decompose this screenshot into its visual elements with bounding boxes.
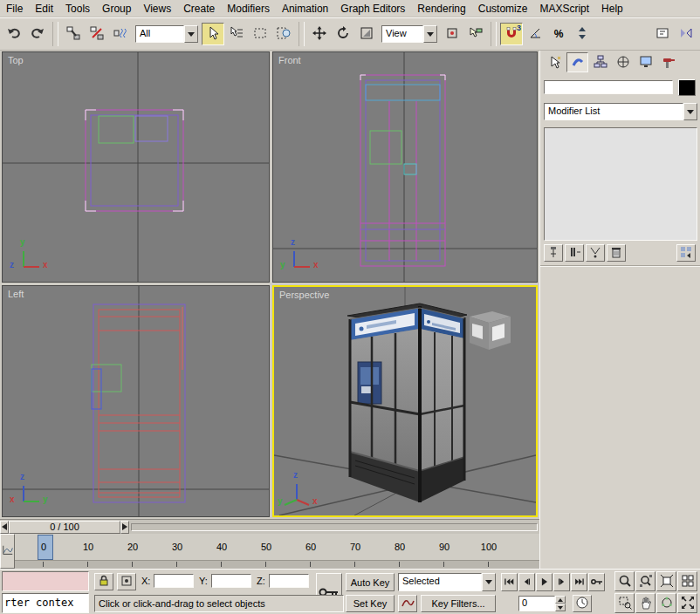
menu-group[interactable]: Group bbox=[96, 3, 137, 15]
reference-coordinate-dropdown[interactable]: View bbox=[381, 25, 437, 43]
menu-help[interactable]: Help bbox=[595, 3, 629, 15]
tab-display[interactable] bbox=[635, 52, 656, 72]
viewport-left-label[interactable]: Left bbox=[8, 289, 24, 299]
menu-graph-editors[interactable]: Graph Editors bbox=[334, 3, 411, 15]
spinner-snap-button[interactable] bbox=[571, 23, 594, 45]
absolute-offset-toggle[interactable] bbox=[117, 573, 136, 590]
play-animation-button[interactable] bbox=[536, 573, 552, 591]
select-and-manipulate-button[interactable] bbox=[464, 23, 487, 45]
undo-button[interactable] bbox=[3, 23, 25, 45]
menu-animation[interactable]: Animation bbox=[276, 3, 334, 15]
region-zoom-button[interactable] bbox=[614, 593, 635, 613]
auto-key-button[interactable]: Auto Key bbox=[346, 573, 395, 591]
time-configuration-button[interactable] bbox=[573, 595, 592, 612]
z-coordinate-field[interactable] bbox=[269, 574, 309, 588]
remove-modifier-button[interactable] bbox=[607, 244, 626, 262]
selection-filter-arrow[interactable] bbox=[184, 25, 198, 43]
pin-stack-button[interactable] bbox=[544, 244, 563, 262]
maxscript-listener-input[interactable] bbox=[2, 571, 89, 591]
select-and-move-button[interactable] bbox=[308, 23, 331, 45]
menu-file[interactable]: File bbox=[0, 3, 29, 15]
angle-snap-button[interactable] bbox=[524, 23, 546, 45]
zoom-all-button[interactable] bbox=[635, 571, 655, 591]
pan-button[interactable] bbox=[635, 593, 655, 613]
viewport-top-label[interactable]: Top bbox=[8, 55, 24, 65]
selection-filter-dropdown[interactable]: All bbox=[135, 25, 198, 43]
y-coordinate-field[interactable] bbox=[211, 574, 251, 588]
select-and-scale-button[interactable] bbox=[355, 23, 378, 45]
mirror-button[interactable] bbox=[675, 23, 697, 45]
object-color-swatch[interactable] bbox=[678, 79, 696, 96]
viewport-perspective[interactable]: Perspective z x y bbox=[272, 285, 538, 517]
make-unique-button[interactable] bbox=[586, 244, 605, 262]
selection-lock-toggle[interactable] bbox=[94, 573, 113, 590]
select-and-rotate-button[interactable] bbox=[332, 23, 354, 45]
key-mode-dropdown[interactable]: Selected bbox=[398, 573, 496, 591]
object-name-field[interactable] bbox=[544, 80, 673, 94]
modifier-stack-list[interactable] bbox=[544, 127, 697, 241]
viewport-left[interactable]: Left z y x bbox=[2, 285, 270, 517]
time-slider-track[interactable] bbox=[131, 523, 538, 531]
zoom-extents-button[interactable] bbox=[656, 571, 676, 591]
show-end-result-button[interactable] bbox=[565, 244, 584, 262]
select-object-button[interactable] bbox=[202, 23, 224, 45]
time-slider-right-arrow[interactable] bbox=[120, 521, 129, 534]
zoom-button[interactable] bbox=[614, 571, 635, 591]
key-filters-button[interactable]: Key Filters... bbox=[421, 595, 496, 612]
unlink-selection-button[interactable] bbox=[86, 23, 108, 45]
motion-tab-icon bbox=[616, 55, 630, 71]
tab-modify[interactable] bbox=[566, 52, 588, 72]
viewport-front-label[interactable]: Front bbox=[278, 55, 301, 65]
tab-motion[interactable] bbox=[612, 52, 634, 72]
percent-snap-button[interactable]: % bbox=[547, 23, 570, 45]
viewport-front[interactable]: Front z x y bbox=[272, 51, 538, 283]
menu-rendering[interactable]: Rendering bbox=[411, 3, 471, 15]
set-key-button[interactable]: Set Key bbox=[346, 595, 395, 612]
tab-create[interactable] bbox=[544, 52, 566, 72]
menu-customize[interactable]: Customize bbox=[472, 3, 534, 15]
arc-rotate-button[interactable] bbox=[656, 593, 676, 613]
min-max-toggle-button[interactable] bbox=[677, 593, 697, 613]
select-by-name-button[interactable] bbox=[225, 23, 248, 45]
bind-to-spacewarp-button[interactable] bbox=[109, 23, 132, 45]
snaps-toggle-button[interactable]: 3 bbox=[500, 23, 523, 45]
frame-spinner[interactable] bbox=[555, 596, 566, 611]
modifier-list-dropdown[interactable]: Modifier List bbox=[544, 103, 697, 120]
window-crossing-button[interactable] bbox=[272, 23, 295, 45]
go-to-end-icon bbox=[573, 576, 586, 590]
zoom-extents-all-button[interactable] bbox=[677, 571, 697, 591]
key-mode-toggle-button[interactable] bbox=[588, 573, 605, 591]
modifier-list-arrow[interactable] bbox=[683, 103, 697, 120]
key-mode-arrow[interactable] bbox=[482, 573, 496, 591]
go-to-end-button[interactable] bbox=[571, 573, 587, 591]
configure-modifier-sets-button[interactable] bbox=[676, 244, 696, 262]
reference-coordinate-arrow[interactable] bbox=[423, 25, 437, 43]
menu-modifiers[interactable]: Modifiers bbox=[221, 3, 276, 15]
menu-maxscript[interactable]: MAXScript bbox=[533, 3, 595, 15]
snap-3d-label: 3 bbox=[517, 24, 521, 32]
maxscript-listener-output[interactable]: rter contex bbox=[2, 593, 89, 613]
use-pivot-center-button[interactable] bbox=[441, 23, 463, 45]
menu-tools[interactable]: Tools bbox=[59, 3, 96, 15]
previous-frame-button[interactable] bbox=[518, 573, 535, 591]
mini-curve-editor-button[interactable] bbox=[0, 534, 15, 569]
go-to-start-button[interactable] bbox=[501, 573, 518, 591]
track-bar-ruler[interactable]: 0 10 20 30 40 50 60 70 80 90 100 bbox=[15, 534, 539, 569]
menu-create[interactable]: Create bbox=[177, 3, 221, 15]
menu-views[interactable]: Views bbox=[137, 3, 177, 15]
x-coordinate-field[interactable] bbox=[154, 574, 194, 588]
viewport-perspective-label[interactable]: Perspective bbox=[279, 290, 329, 300]
viewport-top[interactable]: Top y x z bbox=[2, 51, 270, 283]
default-tangent-button[interactable] bbox=[398, 595, 417, 612]
select-and-link-button[interactable] bbox=[62, 23, 85, 45]
menu-edit[interactable]: Edit bbox=[29, 3, 59, 15]
rectangular-selection-button[interactable] bbox=[249, 23, 271, 45]
redo-button[interactable] bbox=[26, 23, 49, 45]
next-frame-button[interactable] bbox=[553, 573, 570, 591]
current-frame-field[interactable]: 0 bbox=[518, 596, 555, 611]
tab-utilities[interactable] bbox=[657, 52, 679, 72]
edit-named-selections-button[interactable] bbox=[651, 23, 674, 45]
time-slider-left-arrow[interactable] bbox=[0, 521, 9, 534]
time-slider-handle[interactable]: 0 / 100 bbox=[9, 521, 120, 534]
tab-hierarchy[interactable] bbox=[589, 52, 611, 72]
